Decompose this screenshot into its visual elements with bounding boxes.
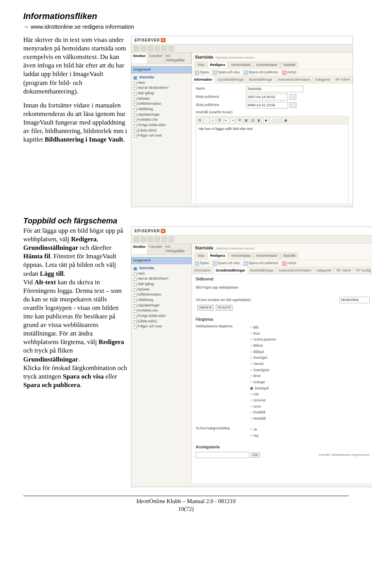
radio-color[interactable]: Svart/grön xyxy=(250,367,370,373)
tree-node[interactable]: [Låsta sidor] xyxy=(133,128,190,133)
toolbar-icon[interactable] xyxy=(155,237,160,242)
radio-nej[interactable]: Nej xyxy=(250,432,258,439)
tab-statistik[interactable]: Statistik xyxy=(281,252,298,259)
tab-kommentarer[interactable]: Kommentarer xyxy=(253,62,280,68)
radio-color[interactable]: Blå/gul xyxy=(250,349,370,355)
tab-kommentarer[interactable]: Kommentarer xyxy=(253,252,280,259)
tab-statistik[interactable]: Statistik xyxy=(281,62,298,68)
italic-icon[interactable]: I xyxy=(204,118,209,123)
subtab-avancerad[interactable]: Avancerad information xyxy=(275,76,313,83)
tool-icon[interactable]: ◇ xyxy=(270,118,275,123)
action-spara-publicera[interactable]: Spara och publicera xyxy=(244,261,278,265)
tab-redigera[interactable]: Redigera xyxy=(207,252,228,259)
radio-color[interactable]: Orange xyxy=(250,379,370,385)
tree-node[interactable]: Övriga dolda sidor xyxy=(133,123,190,128)
tree-node[interactable]: Uppdateringar xyxy=(133,112,190,118)
radio-color[interactable]: Mörkblå xyxy=(250,415,370,422)
tree-node[interactable]: Sätt igång! xyxy=(133,91,190,96)
tree-node[interactable]: Driftinformation xyxy=(133,101,190,107)
radio-color[interactable]: Röd/blå xyxy=(250,409,370,415)
tree-node[interactable]: Frågor och svar xyxy=(133,133,190,138)
input-namn[interactable]: Startsida xyxy=(246,86,303,92)
tab-ko-verktygslada[interactable]: KO Verktygslåda xyxy=(164,244,191,254)
imagevault-bar[interactable]: ImageVault xyxy=(131,66,191,73)
tree-node[interactable]: Nyheter xyxy=(133,287,190,292)
toolbar-icon[interactable] xyxy=(169,46,174,51)
bold-icon[interactable]: B xyxy=(197,118,203,123)
radio-color[interactable]: Röd xyxy=(250,330,370,337)
toolbar-icon[interactable] xyxy=(134,237,139,242)
action-spara-visa[interactable]: Spara och visa xyxy=(213,261,239,265)
radio-color[interactable]: Grön/LjusGrön xyxy=(250,336,370,342)
tab-redigera[interactable]: Redigera xyxy=(207,62,228,68)
tool-icon[interactable]: ◆ xyxy=(263,118,269,123)
table-icon[interactable]: ▤ xyxy=(250,118,255,123)
tree-node[interactable]: Driftinformation xyxy=(133,292,190,297)
radio-color[interactable]: Svart/gul xyxy=(250,355,370,361)
radio-color[interactable]: Lila xyxy=(250,391,370,397)
tree-node[interactable]: Övriga dolda sidor xyxy=(133,313,190,319)
radio-color[interactable]: Grön xyxy=(250,403,370,410)
radio-color[interactable]: Brun xyxy=(250,373,370,379)
tool-icon[interactable]: ▣ xyxy=(283,118,288,123)
action-avbryt[interactable]: Avbryt xyxy=(282,261,296,265)
radio-ja[interactable]: Ja xyxy=(250,426,258,432)
action-spara[interactable]: Spara xyxy=(195,70,209,74)
subtab-rf-admin[interactable]: RF Admin xyxy=(333,76,353,83)
tree-root[interactable]: Startsida xyxy=(133,75,190,80)
toolbar-icon[interactable] xyxy=(148,46,153,51)
imagevault-bar[interactable]: ImageVault xyxy=(131,257,191,264)
radio-color[interactable]: Vinröd xyxy=(250,361,370,367)
subtab-grundinstallningar[interactable]: Grundinställningar xyxy=(215,76,247,83)
toolbar-icon[interactable] xyxy=(134,46,139,51)
tab-versionslista[interactable]: Versionslista xyxy=(228,62,253,68)
subtab-rf-admin[interactable]: RF Admin xyxy=(334,267,354,274)
toolbar-icon[interactable] xyxy=(141,237,146,242)
color-icon[interactable]: ◧ xyxy=(257,118,262,123)
tree-node[interactable]: Hem xyxy=(133,80,190,86)
tree-root[interactable]: Startsida xyxy=(133,266,190,271)
list-icon[interactable]: ≡ xyxy=(210,118,216,123)
toolbar-icon[interactable] xyxy=(162,237,167,242)
action-spara[interactable]: Spara xyxy=(195,261,209,265)
subtab-information[interactable]: Information xyxy=(192,267,214,274)
date-picker-button[interactable]: … xyxy=(289,102,296,108)
radio-color[interactable]: Blå/vit xyxy=(250,342,370,349)
subtab-kategorier[interactable]: Kategorier xyxy=(314,267,334,274)
input-alt-text[interactable]: IdrottOnline xyxy=(339,297,370,303)
tab-struktur[interactable]: Struktur xyxy=(131,244,148,254)
image-icon[interactable]: ▦ xyxy=(243,118,249,123)
subtab-kategorier[interactable]: Kategorier xyxy=(313,76,333,83)
tree-node[interactable]: Nyheter xyxy=(133,96,190,102)
radio-color[interactable]: Blå xyxy=(250,324,370,330)
subtab-information[interactable]: Information xyxy=(192,76,215,83)
tab-favoriter[interactable]: Favoriter xyxy=(148,244,164,254)
date-picker-button[interactable]: … xyxy=(289,94,296,100)
action-avbryt[interactable]: Avbryt xyxy=(282,70,296,74)
tree-node[interactable]: Utbildning xyxy=(133,297,190,303)
toolbar-icon[interactable] xyxy=(141,46,146,51)
toolbar-icon[interactable] xyxy=(169,237,174,242)
action-spara-publicera[interactable]: Spara och publicera xyxy=(244,70,278,74)
tree-node[interactable]: Frågor och svar xyxy=(133,324,190,329)
toolbar-icon[interactable] xyxy=(162,46,167,51)
tree-node[interactable]: Sätt igång! xyxy=(133,282,190,287)
action-spara-visa[interactable]: Spara och visa xyxy=(213,70,239,74)
input-sluta-publicera[interactable]: 9999-12-31 23:59 xyxy=(246,102,288,109)
hamta-fil-button[interactable]: Hämta fil xyxy=(197,305,214,310)
radio-color[interactable]: Svart/grå xyxy=(250,385,370,391)
radio-color[interactable]: Grön/vit xyxy=(250,397,370,403)
tree-node[interactable]: Hem xyxy=(133,271,190,277)
tree-node[interactable]: Kontakta oss xyxy=(133,308,190,313)
tab-visa[interactable]: Visa xyxy=(195,252,207,259)
tree-node[interactable]: Vad är IdrottOnline? xyxy=(133,85,190,91)
toolbar-icon[interactable] xyxy=(155,46,160,51)
toolbar-icon[interactable] xyxy=(148,237,153,242)
tab-struktur[interactable]: Struktur xyxy=(131,53,148,64)
tree-node[interactable]: Kontakta oss xyxy=(133,117,190,123)
tool-icon[interactable]: ▢ xyxy=(276,118,282,123)
tab-ko-verktygslada[interactable]: KO Verktygslåda xyxy=(164,53,191,64)
subtab-avancerad[interactable]: Avancerad information xyxy=(276,267,314,274)
outdent-icon[interactable]: ⇤ xyxy=(224,118,229,123)
tree-node[interactable]: Vad är IdrottOnline? xyxy=(133,276,190,282)
